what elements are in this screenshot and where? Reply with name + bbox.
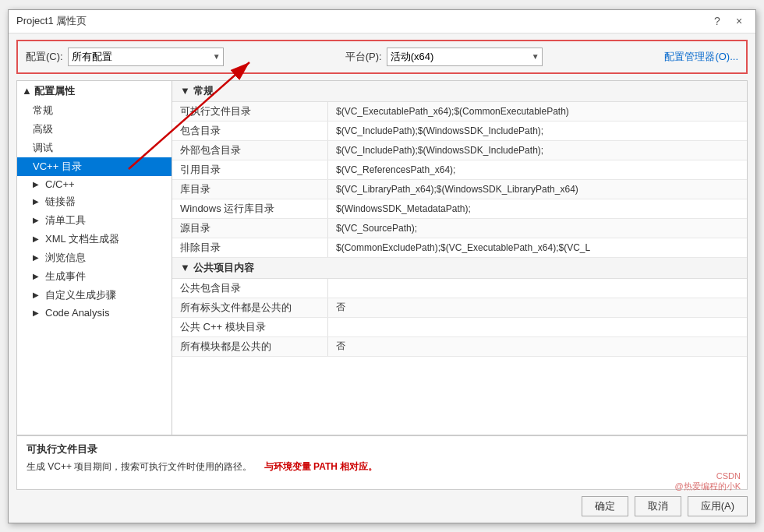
- prop-value: $(VC_IncludePath);$(WindowsSDK_IncludePa…: [328, 141, 747, 160]
- tree-items: 常规高级调试VC++ 目录▶C/C++▶链接器▶清单工具▶XML 文档生成器▶浏…: [17, 101, 172, 321]
- prop-value: $(VC_ExecutablePath_x64);$(CommonExecuta…: [328, 102, 747, 121]
- tree-root: ▲ 配置属性: [17, 81, 172, 101]
- prop-row[interactable]: 引用目录 $(VC_ReferencesPath_x64);: [172, 160, 747, 180]
- tree-item-manifest[interactable]: ▶清单工具: [17, 211, 172, 230]
- tree-item-general[interactable]: 常规: [17, 101, 172, 120]
- prop-name: Windows 运行库目录: [172, 199, 328, 218]
- prop-value: $(VC_LibraryPath_x64);$(WindowsSDK_Libra…: [328, 180, 747, 199]
- prop-name: 排除目录: [172, 238, 328, 257]
- tree-item-label: 生成事件: [45, 270, 86, 284]
- prop-row[interactable]: 所有标头文件都是公共的 否: [172, 298, 747, 318]
- prop-name: 公共包含目录: [172, 279, 328, 298]
- tree-item-label: C/C++: [45, 178, 75, 190]
- desc-text: 生成 VC++ 项目期间，搜索可执行文件时使用的路径。 与环境变量 PATH 相…: [27, 460, 737, 474]
- platform-label: 平台(P):: [345, 50, 382, 64]
- prop-name: 引用目录: [172, 160, 328, 179]
- desc-highlight: 与环境变量 PATH 相对应。: [264, 461, 378, 472]
- platform-select[interactable]: 活动(x64): [387, 48, 543, 66]
- tree-item-vcpp_dirs[interactable]: VC++ 目录: [17, 157, 172, 176]
- tree-expand-icon: ▶: [33, 272, 42, 280]
- main-content: ▲ 配置属性 常规高级调试VC++ 目录▶C/C++▶链接器▶清单工具▶XML …: [16, 80, 748, 435]
- prop-row[interactable]: 库目录 $(VC_LibraryPath_x64);$(WindowsSDK_L…: [172, 180, 747, 199]
- tree-item-custom[interactable]: ▶自定义生成步骤: [17, 286, 172, 305]
- prop-sections: ▼ 常规 可执行文件目录 $(VC_ExecutablePath_x64);$(…: [172, 81, 747, 357]
- prop-name: 所有标头文件都是公共的: [172, 298, 328, 317]
- tree-item-label: VC++ 目录: [33, 160, 82, 174]
- prop-section-title: 常规: [193, 84, 214, 98]
- tree-item-label: 高级: [33, 122, 53, 136]
- tree-item-debug[interactable]: 调试: [17, 139, 172, 157]
- tree-item-advanced[interactable]: 高级: [17, 120, 172, 139]
- prop-name: 包含目录: [172, 122, 328, 140]
- prop-value: $(WindowsSDK_MetadataPath);: [328, 199, 747, 218]
- tree-item-label: 清单工具: [45, 213, 86, 227]
- tree-root-label: ▲ 配置属性: [22, 84, 75, 98]
- property-dialog: Project1 属性页 ? × 配置(C): 所有配置 ▼: [8, 9, 756, 523]
- tree-expand-icon: ▶: [33, 291, 42, 299]
- tree-item-events[interactable]: ▶生成事件: [17, 267, 172, 286]
- tree-expand-icon: ▶: [33, 253, 42, 262]
- tree-item-label: 自定义生成步骤: [45, 288, 116, 302]
- desc-title: 可执行文件目录: [27, 442, 737, 456]
- prop-value: $(VC_IncludePath);$(WindowsSDK_IncludePa…: [328, 122, 747, 140]
- prop-value: [328, 318, 747, 336]
- title-bar: Project1 属性页 ? ×: [9, 10, 755, 33]
- tree-item-xml[interactable]: ▶XML 文档生成器: [17, 230, 172, 248]
- property-panel: ▼ 常规 可执行文件目录 $(VC_ExecutablePath_x64);$(…: [172, 80, 748, 435]
- prop-name: 库目录: [172, 180, 328, 199]
- prop-row[interactable]: 公共 C++ 模块目录: [172, 318, 747, 337]
- help-button[interactable]: ?: [709, 12, 726, 30]
- tree-item-code_analysis[interactable]: ▶Code Analysis: [17, 305, 172, 321]
- prop-row[interactable]: 可执行文件目录 $(VC_ExecutablePath_x64);$(Commo…: [172, 102, 747, 122]
- tree-expand-icon: ▶: [33, 180, 42, 188]
- tree-item-browse[interactable]: ▶浏览信息: [17, 248, 172, 267]
- tree-item-label: 调试: [33, 141, 53, 155]
- prop-row[interactable]: 源目录 $(VC_SourcePath);: [172, 219, 747, 238]
- config-row: 配置(C): 所有配置 ▼ 平台(P): 活动(x64) ▼: [16, 40, 748, 74]
- cancel-button[interactable]: 取消: [635, 496, 681, 516]
- apply-button[interactable]: 应用(A): [688, 496, 748, 516]
- tree-item-label: XML 文档生成器: [45, 232, 119, 246]
- desc-text-main: 生成 VC++ 项目期间，搜索可执行文件时使用的路径。: [27, 461, 252, 472]
- config-manager-button[interactable]: 配置管理器(O)...: [664, 50, 738, 64]
- prop-section-header: ▼ 常规: [172, 81, 747, 102]
- tree-expand-icon: ▶: [33, 308, 42, 317]
- prop-name: 所有模块都是公共的: [172, 337, 328, 356]
- prop-row[interactable]: Windows 运行库目录 $(WindowsSDK_MetadataPath)…: [172, 199, 747, 219]
- tree-item-label: 浏览信息: [45, 251, 86, 265]
- prop-row[interactable]: 公共包含目录: [172, 279, 747, 298]
- dialog-title: Project1 属性页: [16, 14, 87, 28]
- prop-name: 源目录: [172, 219, 328, 238]
- tree-item-linker[interactable]: ▶链接器: [17, 192, 172, 211]
- config-select-wrapper: 所有配置 ▼: [68, 48, 224, 66]
- prop-value: $(VC_SourcePath);: [328, 219, 747, 238]
- tree-item-cpp[interactable]: ▶C/C++: [17, 176, 172, 192]
- prop-section-collapse[interactable]: ▼: [180, 85, 190, 97]
- prop-row[interactable]: 外部包含目录 $(VC_IncludePath);$(WindowsSDK_In…: [172, 141, 747, 160]
- config-select[interactable]: 所有配置: [68, 48, 224, 66]
- tree-item-label: 常规: [33, 104, 53, 118]
- close-button[interactable]: ×: [730, 12, 748, 30]
- title-controls: ? ×: [709, 12, 748, 30]
- prop-value: $(CommonExcludePath);$(VC_ExecutablePath…: [328, 238, 747, 257]
- ok-button[interactable]: 确定: [582, 496, 628, 516]
- prop-section-title: 公共项目内容: [193, 261, 254, 275]
- platform-select-wrapper: 活动(x64) ▼: [387, 48, 543, 66]
- prop-row[interactable]: 排除目录 $(CommonExcludePath);$(VC_Executabl…: [172, 238, 747, 258]
- tree-expand-icon: ▶: [33, 197, 42, 206]
- tree-panel: ▲ 配置属性 常规高级调试VC++ 目录▶C/C++▶链接器▶清单工具▶XML …: [16, 80, 172, 435]
- prop-name: 可执行文件目录: [172, 102, 328, 121]
- prop-section-header: ▼ 公共项目内容: [172, 258, 747, 279]
- tree-expand-icon: ▶: [33, 216, 42, 224]
- prop-row[interactable]: 所有模块都是公共的 否: [172, 337, 747, 357]
- button-row: 确定 取消 应用(A): [9, 490, 755, 523]
- tree-expand-icon: ▶: [33, 234, 42, 243]
- prop-value: 否: [328, 337, 747, 356]
- prop-section-collapse[interactable]: ▼: [180, 262, 190, 273]
- tree-item-label: 链接器: [45, 195, 76, 209]
- prop-row[interactable]: 包含目录 $(VC_IncludePath);$(WindowsSDK_Incl…: [172, 122, 747, 141]
- prop-name: 外部包含目录: [172, 141, 328, 160]
- tree-item-label: Code Analysis: [45, 307, 109, 319]
- prop-value: 否: [328, 298, 747, 317]
- prop-name: 公共 C++ 模块目录: [172, 318, 328, 336]
